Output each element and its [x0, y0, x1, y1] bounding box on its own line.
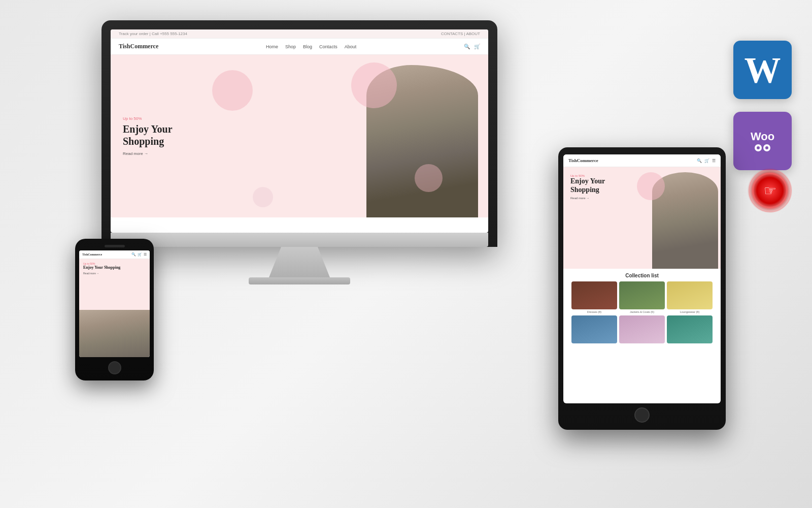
- click-touch-badge: ☞: [747, 168, 798, 218]
- phone-hero: Up to 50% Enjoy Your Shopping Read more …: [79, 259, 150, 310]
- search-icon[interactable]: 🔍: [464, 44, 470, 49]
- loungewear-label: Loungewear (8): [667, 310, 713, 313]
- hero-deco-circle-4: [415, 164, 443, 192]
- nav-blog[interactable]: Blog: [303, 44, 312, 49]
- collection-title: Collection list: [567, 269, 717, 281]
- hero-title: Enjoy Your Shopping: [123, 123, 173, 147]
- tablet-menu-icon[interactable]: ☰: [712, 158, 716, 163]
- woocommerce-badge: Woo: [733, 112, 792, 170]
- collection-item-loungewear[interactable]: Loungewear (8): [667, 281, 713, 313]
- nav-home[interactable]: Home: [266, 44, 278, 49]
- wordpress-badge: W: [733, 41, 792, 99]
- hero-title-line2: Shopping: [123, 135, 173, 147]
- monitor-chin: [111, 233, 488, 247]
- nav-contacts[interactable]: Contacts: [319, 44, 337, 49]
- tablet-nav-icons: 🔍 🛒 ☰: [697, 158, 716, 163]
- woo-text: Woo: [751, 130, 774, 143]
- cart-icon[interactable]: 🛒: [474, 44, 480, 49]
- hero-deco-circle-5: [253, 187, 273, 207]
- tablet-screen: TishCommerce 🔍 🛒 ☰ Up to 50% Enjoy Your …: [563, 154, 721, 403]
- hero-content: Up to 50% Enjoy Your Shopping Read more …: [111, 106, 185, 166]
- site-topbar: Track your order | Call +555 555-1234 CO…: [111, 29, 488, 39]
- tablet-cart-icon[interactable]: 🛒: [704, 158, 709, 163]
- loungewear-image: [667, 281, 713, 309]
- tablet-hero: Up to 50% Enjoy Your Shopping Read more …: [563, 167, 721, 269]
- phone-menu-icon[interactable]: ☰: [144, 252, 147, 257]
- collection-grid-row2: [567, 315, 717, 343]
- hero-discount-tag: Up to 50%: [123, 116, 173, 121]
- jackets-label: Jackets & Coats (6): [619, 310, 665, 313]
- tablet-home-button[interactable]: [634, 407, 650, 423]
- nav-links: Home Shop Blog Contacts About: [266, 44, 356, 49]
- tablet-search-icon[interactable]: 🔍: [697, 158, 702, 163]
- nav-icons: 🔍 🛒: [464, 44, 480, 49]
- nav-about[interactable]: About: [345, 44, 357, 49]
- collection-item-jackets[interactable]: Jackets & Coats (6): [619, 281, 665, 313]
- phone-readmore[interactable]: Read more →: [83, 272, 146, 275]
- phone-home-button[interactable]: [108, 361, 121, 374]
- collection-item-6[interactable]: [667, 315, 713, 343]
- site-navbar: TishCommerce Home Shop Blog Contacts Abo…: [111, 39, 488, 55]
- item5-image: [619, 315, 665, 343]
- phone-speaker: [105, 245, 125, 247]
- nav-shop[interactable]: Shop: [285, 44, 296, 49]
- phone-hero-title: Enjoy Your Shopping: [83, 265, 146, 270]
- hand-pointer-icon: ☞: [764, 182, 776, 199]
- jackets-image: [619, 281, 665, 309]
- tablet-deco-circle: [637, 172, 665, 200]
- collection-item-5[interactable]: [619, 315, 665, 343]
- collection-grid: Dresses (8) Jackets & Coats (6) Loungewe…: [567, 281, 717, 313]
- topbar-right: CONTACTS | ABOUT: [441, 31, 480, 36]
- topbar-left: Track your order | Call +555 555-1234: [119, 31, 187, 36]
- phone-cart-icon[interactable]: 🛒: [138, 252, 142, 257]
- hero-deco-circle-3: [351, 62, 397, 108]
- phone-navbar: TishCommerce 🔍 🛒 ☰: [79, 250, 150, 259]
- tablet-device: TishCommerce 🔍 🛒 ☰ Up to 50% Enjoy Your …: [558, 147, 726, 430]
- phone-search-icon[interactable]: 🔍: [131, 252, 136, 257]
- tablet-logo: TishCommerce: [568, 158, 598, 163]
- wp-icon: W: [745, 52, 781, 88]
- collection-item-dresses[interactable]: Dresses (8): [571, 281, 617, 313]
- phone-icons: 🔍 🛒 ☰: [131, 252, 147, 257]
- phone-device: TishCommerce 🔍 🛒 ☰ Up to 50% Enjoy Your …: [75, 239, 154, 380]
- item4-image: [571, 315, 617, 343]
- site-logo: TishCommerce: [119, 43, 158, 50]
- collection-item-4[interactable]: [571, 315, 617, 343]
- hero-circle-1: [212, 70, 253, 111]
- phone-model-image: [79, 310, 150, 357]
- item6-image: [667, 315, 713, 343]
- dresses-image: [571, 281, 617, 309]
- hero-section: Up to 50% Enjoy Your Shopping Read more …: [111, 55, 488, 217]
- monitor-stand: [269, 247, 330, 277]
- tablet-navbar: TishCommerce 🔍 🛒 ☰: [563, 154, 721, 167]
- monitor-device: Track your order | Call +555 555-1234 CO…: [101, 20, 497, 284]
- hero-readmore-link[interactable]: Read more →: [123, 151, 173, 156]
- monitor-screen: Track your order | Call +555 555-1234 CO…: [111, 29, 488, 233]
- monitor-base: [249, 277, 350, 284]
- tablet-collection-section: Collection list Dresses (8) Jackets & Co…: [563, 269, 721, 347]
- phone-logo: TishCommerce: [82, 253, 102, 256]
- phone-screen: TishCommerce 🔍 🛒 ☰ Up to 50% Enjoy Your …: [79, 250, 150, 357]
- dresses-label: Dresses (8): [571, 310, 617, 313]
- hero-title-line1: Enjoy Your: [123, 123, 173, 135]
